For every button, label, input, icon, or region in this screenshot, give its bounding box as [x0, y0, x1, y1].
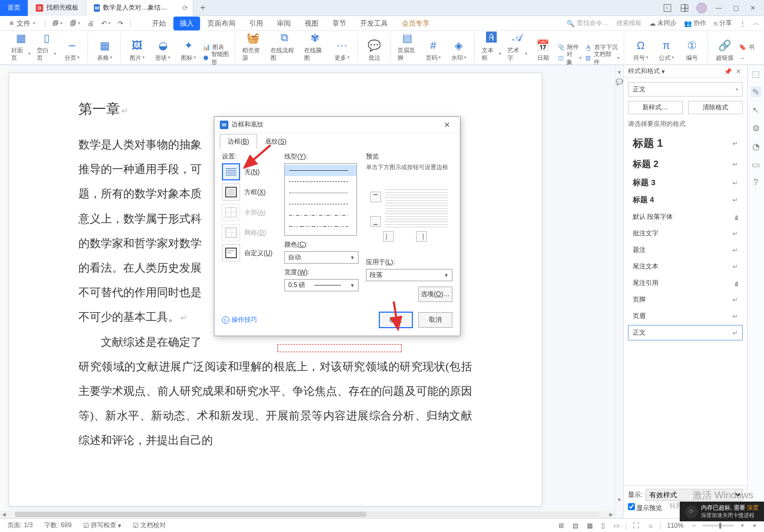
readmode-icon[interactable]: 1 [660, 1, 674, 15]
docer-resource-button[interactable]: 🧺稻壳资源 [241, 29, 266, 63]
view-mode-page[interactable]: ▤ [570, 521, 580, 530]
pane-slides-icon[interactable]: ▭ [751, 159, 761, 170]
new-style-button[interactable]: 新样式… [628, 101, 683, 114]
styles-pane-pin-button[interactable]: 📌 [723, 67, 732, 76]
qat-print[interactable]: 🗐▾ [67, 18, 83, 29]
gutter-bottom-icon[interactable]: ▾ [616, 496, 623, 503]
style-list-item[interactable]: 尾注引用a [628, 275, 743, 291]
ribbon-tab-insert[interactable]: 插入 [173, 17, 200, 30]
doc-paragraph[interactable]: 研究领域的文献进展广泛阅读和理解的根底上，对该研究领域的研究现状(包括主要学术观… [78, 354, 472, 453]
hscroll-right[interactable]: ▶ [607, 511, 615, 518]
view-mode-outline[interactable]: ▯ [599, 521, 607, 530]
ribbon-tab-start[interactable]: 开始 [146, 17, 172, 30]
tips-link[interactable]: ▷操作技巧 [222, 315, 257, 324]
window-minimize-button[interactable]: — [712, 1, 726, 15]
qat-redo[interactable]: ↷ [115, 18, 126, 29]
show-preview-checkbox[interactable]: 显示预览 [628, 503, 662, 513]
share-button[interactable]: ⎋ 分享 [714, 19, 732, 28]
linetype-option[interactable] [285, 198, 356, 210]
object-button[interactable]: ◫对象▾ [558, 53, 582, 63]
close-tab-icon[interactable] [172, 4, 181, 12]
preview-right-border-button[interactable]: ▕ [416, 231, 427, 242]
linetype-option[interactable] [285, 165, 356, 176]
sync-status-button[interactable]: ☁ 未同步 [649, 19, 677, 28]
gutter-comment-icon[interactable]: 💬 [616, 78, 623, 85]
ribbon-tab-devtools[interactable]: 开发工具 [354, 17, 394, 30]
headerfooter-button[interactable]: ▤页眉页脚 [396, 29, 419, 63]
hscroll-left[interactable]: ◀ [0, 511, 7, 518]
icon-gallery-button[interactable]: ✦图标▾ [177, 37, 200, 62]
cover-page-button[interactable]: ▦封面页▾ [10, 29, 32, 63]
window-close-button[interactable]: ✕ [746, 1, 760, 15]
pane-settings-icon[interactable]: ⚙ [751, 123, 761, 133]
dialog-tab-shading[interactable]: 底纹(S) [257, 134, 295, 149]
view-settings[interactable]: ☼ [646, 521, 656, 530]
app-tab-home[interactable]: 首页 [0, 0, 28, 16]
dialog-titlebar[interactable]: W 边框和底纹 ✕ [214, 117, 460, 133]
style-list-item[interactable]: 默认 段落字体a [628, 209, 743, 225]
system-optimizer-banner[interactable]: ⟳ 内存已超标, 需要 深度 深度加速关闭卡慢进程 [680, 502, 764, 521]
view-mode-grid[interactable]: ⊞ [556, 521, 566, 530]
ribbon-tab-view[interactable]: 视图 [298, 17, 325, 30]
mindmap-button[interactable]: ✾在线脑图 [303, 29, 328, 63]
cancel-button[interactable]: 取消 [418, 312, 452, 328]
style-list-item[interactable]: 标题 2↵ [628, 155, 743, 173]
word-count[interactable]: 字数: 689 [42, 520, 74, 531]
grid-icon[interactable] [678, 1, 691, 15]
page-break-button[interactable]: ⎼分页▾ [61, 37, 83, 62]
clear-format-button[interactable]: 清除格式 [688, 101, 743, 114]
zoom-out-button[interactable]: − [690, 521, 698, 530]
app-tab-template[interactable]: D 找稻壳模板 [28, 0, 86, 16]
spell-check-button[interactable]: ☑ 拼写检查 ▾ [81, 520, 123, 531]
style-list-item[interactable]: 标题 4↵ [628, 192, 743, 208]
view-mode-web[interactable]: ▦ [585, 521, 595, 530]
style-list-item[interactable]: 页眉↵ [628, 308, 743, 324]
style-list-item[interactable]: 正文↵ [628, 325, 743, 340]
zoom-level[interactable]: 110% [665, 521, 686, 530]
setting-none-button[interactable] [222, 163, 240, 180]
reload-tab-icon[interactable]: ⟳ [181, 4, 189, 12]
more-insert-button[interactable]: ⋯更多▾ [331, 37, 353, 62]
pagenum-button[interactable]: #页码▾ [422, 37, 444, 62]
linetype-option[interactable] [285, 221, 356, 232]
ribbon-tab-review[interactable]: 审阅 [270, 17, 297, 30]
dialog-tab-border[interactable]: 边框(B) [220, 134, 257, 149]
wordart-button[interactable]: 𝒜艺术字▾ [506, 29, 528, 63]
ribbon-more-button[interactable]: ⋮ [739, 20, 746, 27]
shape-button[interactable]: ◒形状▾ [152, 37, 174, 62]
dialog-close-button[interactable]: ✕ [440, 118, 455, 131]
equation-button[interactable]: π公式▾ [655, 37, 678, 62]
style-list-item[interactable]: 页脚↵ [628, 292, 743, 307]
flowchart-button[interactable]: ⧉在线流程图 [269, 29, 299, 63]
view-mode-read[interactable]: ▭ [611, 521, 622, 530]
qat-undo[interactable]: ↶▾ [99, 18, 113, 29]
command-search[interactable]: 🔍 查找命令… [567, 19, 609, 28]
blank-page-button[interactable]: ▯空白页▾ [35, 29, 58, 63]
current-style-display[interactable]: 正文▾ [628, 82, 743, 97]
avatar-button[interactable] [695, 1, 709, 15]
watermark-button[interactable]: ◈水印▾ [448, 37, 470, 62]
pane-styles-icon[interactable]: ✎ [751, 86, 761, 97]
horizontal-scrollbar[interactable]: ◀ ▶ [0, 511, 615, 518]
options-button[interactable]: 选项(O)… [418, 287, 452, 302]
pane-clock-icon[interactable]: ◔ [751, 141, 761, 152]
image-button[interactable]: 🖼图片▾ [126, 37, 148, 62]
applyto-combo[interactable]: 段落▼ [366, 269, 452, 281]
view-fullscreen[interactable]: ⛶ [631, 521, 641, 530]
ribbon-tab-member[interactable]: 会员专享 [395, 17, 436, 30]
hyperlink-button[interactable]: 🔗超链接 [713, 37, 736, 62]
style-list-item[interactable]: 批注文字↵ [628, 226, 743, 241]
ribbon-tab-chapter[interactable]: 章节 [326, 17, 353, 30]
ok-button[interactable]: 确定 [379, 312, 413, 328]
crossref-button[interactable]: ↔ [739, 53, 754, 63]
width-combo[interactable]: 0.5 磅▼ [284, 279, 359, 291]
zoom-fit-button[interactable]: ⌖ [751, 521, 759, 530]
window-restore-button[interactable]: ▢ [729, 1, 743, 15]
linetype-option[interactable] [285, 210, 356, 221]
smartart-button[interactable]: ⬣智能图形 [203, 53, 230, 63]
doc-proof-button[interactable]: ☑ 文档校对 [131, 520, 168, 531]
preview-bottom-border-button[interactable]: ▁ [370, 216, 381, 227]
table-button[interactable]: ▦表格▾ [93, 37, 116, 62]
setting-all-button[interactable] [222, 204, 240, 221]
app-tab-document[interactable]: W 数学是人类对…象结构与模式 ⟳ [86, 0, 193, 16]
